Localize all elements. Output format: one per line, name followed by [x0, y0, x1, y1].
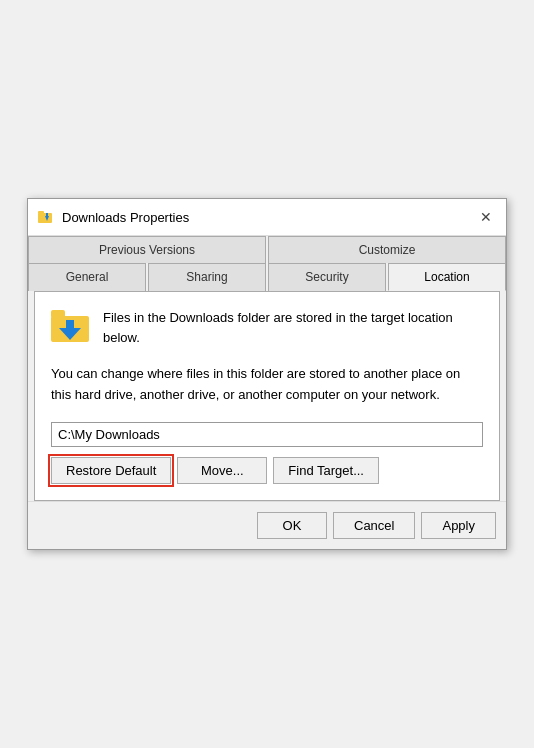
apply-button[interactable]: Apply [421, 512, 496, 539]
footer: OK Cancel Apply [28, 501, 506, 549]
buttons-row: Restore Default Move... Find Target... [51, 457, 483, 484]
tab-previous-versions[interactable]: Previous Versions [28, 236, 266, 263]
tab-customize[interactable]: Customize [268, 236, 506, 263]
content-area: Files in the Downloads folder are stored… [34, 291, 500, 501]
info-description: Files in the Downloads folder are stored… [103, 308, 483, 347]
path-input[interactable] [51, 422, 483, 447]
ok-button[interactable]: OK [257, 512, 327, 539]
folder-icon [51, 308, 91, 348]
title-bar: Downloads Properties ✕ [28, 199, 506, 236]
window-icon [38, 209, 54, 225]
svg-rect-6 [66, 320, 74, 328]
svg-rect-0 [38, 213, 52, 223]
move-button[interactable]: Move... [177, 457, 267, 484]
find-target-button[interactable]: Find Target... [273, 457, 379, 484]
tabs-row-bottom: General Sharing Security Location [28, 263, 506, 291]
tab-security[interactable]: Security [268, 263, 386, 291]
cancel-button[interactable]: Cancel [333, 512, 415, 539]
restore-default-button[interactable]: Restore Default [51, 457, 171, 484]
tab-location[interactable]: Location [388, 263, 506, 291]
dialog-window: Downloads Properties ✕ Previous Versions… [27, 198, 507, 550]
desc-block: You can change where files in this folde… [51, 364, 483, 406]
info-block: Files in the Downloads folder are stored… [51, 308, 483, 348]
svg-rect-5 [51, 310, 65, 318]
tab-general[interactable]: General [28, 263, 146, 291]
svg-rect-1 [38, 211, 44, 214]
close-button[interactable]: ✕ [476, 207, 496, 227]
svg-rect-3 [46, 213, 48, 217]
tab-sharing[interactable]: Sharing [148, 263, 266, 291]
dialog-title: Downloads Properties [62, 210, 476, 225]
tabs-row-top: Previous Versions Customize [28, 236, 506, 263]
